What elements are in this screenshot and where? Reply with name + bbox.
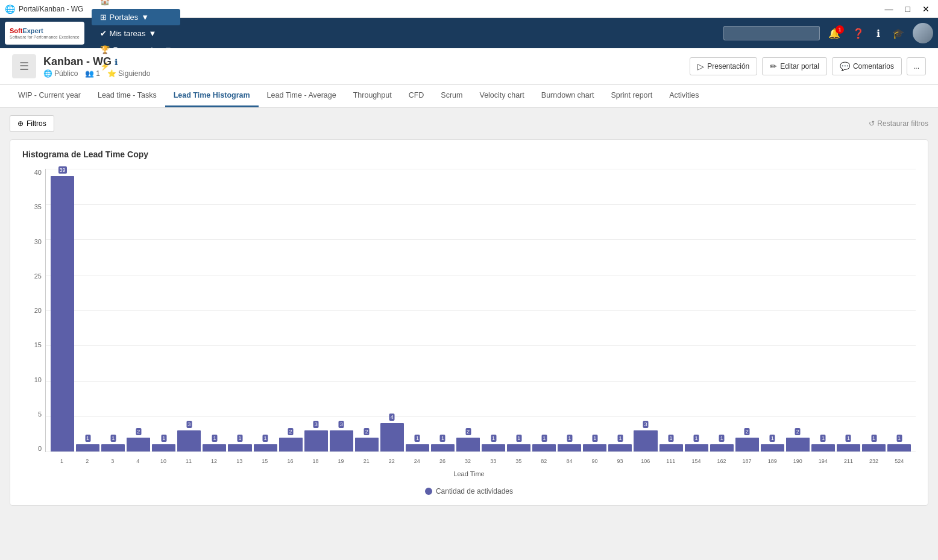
bar[interactable]: 1 bbox=[710, 444, 734, 451]
bar[interactable]: 3 bbox=[177, 430, 201, 451]
bookmark-icon[interactable]: 🎓 bbox=[889, 25, 908, 42]
nav-icon: 🏠 bbox=[100, 0, 110, 5]
tab-activities[interactable]: Activities bbox=[661, 85, 707, 107]
bar-group: 1 bbox=[152, 169, 175, 451]
bar[interactable]: 1 bbox=[558, 444, 581, 451]
tab-cfd[interactable]: CFD bbox=[400, 85, 433, 107]
comments-button[interactable]: 💬 Comentarios bbox=[832, 57, 902, 75]
minimize-button[interactable]: — bbox=[881, 3, 897, 15]
globe-icon: 🌐 bbox=[43, 69, 52, 78]
bar[interactable]: 39 bbox=[51, 176, 74, 451]
tab-wip---current-year[interactable]: WIP - Current year bbox=[10, 85, 89, 107]
following-item[interactable]: ⭐ Siguiendo bbox=[107, 69, 150, 78]
tab-velocity-chart[interactable]: Velocity chart bbox=[471, 85, 532, 107]
nav-icon: ⊞ bbox=[100, 13, 107, 22]
bar[interactable]: 1 bbox=[685, 444, 708, 451]
bar[interactable]: 4 bbox=[380, 423, 404, 451]
bar[interactable]: 1 bbox=[152, 444, 175, 451]
more-options-button[interactable]: ... bbox=[907, 57, 926, 75]
info-icon[interactable]: ℹ bbox=[873, 25, 884, 42]
x-axis-label: 154 bbox=[684, 458, 708, 464]
maximize-button[interactable]: □ bbox=[902, 3, 914, 15]
bar[interactable]: 1 bbox=[659, 444, 683, 451]
bar[interactable]: 1 bbox=[228, 444, 251, 451]
bar[interactable]: 2 bbox=[735, 438, 759, 451]
bar[interactable]: 2 bbox=[355, 438, 379, 451]
bar[interactable]: 2 bbox=[279, 438, 303, 451]
y-axis-label: 40 bbox=[34, 169, 42, 176]
bar[interactable]: 1 bbox=[761, 444, 784, 451]
filter-bar: ⊕ Filtros ↺ Restaurar filtros bbox=[10, 115, 928, 132]
x-axis-label: 4 bbox=[126, 458, 150, 464]
tab-scrum[interactable]: Scrum bbox=[432, 85, 471, 107]
main-scroll[interactable]: ⊕ Filtros ↺ Restaurar filtros Histograma… bbox=[0, 108, 938, 557]
bar[interactable]: 1 bbox=[811, 444, 835, 451]
bar[interactable]: 1 bbox=[507, 444, 530, 451]
presentation-icon: ▷ bbox=[697, 61, 704, 71]
x-labels: 1234101112131516181921222426323335828490… bbox=[45, 458, 916, 464]
y-axis-label: 0 bbox=[38, 445, 42, 452]
bar-value-label: 39 bbox=[58, 166, 67, 174]
bar-value-label: 1 bbox=[161, 435, 166, 442]
bar[interactable]: 1 bbox=[532, 444, 556, 451]
tab-burndown-chart[interactable]: Burndown chart bbox=[533, 85, 603, 107]
dropdown-arrow-icon: ▼ bbox=[141, 13, 149, 22]
tab-lead-time---tasks[interactable]: Lead time - Tasks bbox=[89, 85, 165, 107]
bar-group: 1 bbox=[507, 169, 530, 451]
bar[interactable]: 1 bbox=[431, 444, 455, 451]
y-axis-label: 20 bbox=[34, 307, 42, 314]
bar[interactable]: 1 bbox=[76, 444, 99, 451]
bar-group: 39 bbox=[51, 169, 74, 451]
bar[interactable]: 1 bbox=[837, 444, 860, 451]
x-axis-label: 24 bbox=[405, 458, 429, 464]
window-controls: — □ ✕ bbox=[881, 3, 933, 15]
bar[interactable]: 3 bbox=[330, 430, 353, 451]
bar[interactable]: 3 bbox=[634, 430, 657, 451]
bar-group: 3 bbox=[634, 169, 657, 451]
bar[interactable]: 1 bbox=[608, 444, 632, 451]
edit-portal-button[interactable]: ✏ Editar portal bbox=[762, 57, 827, 75]
bar-group: 1 bbox=[254, 169, 277, 451]
close-button[interactable]: ✕ bbox=[919, 3, 933, 15]
presentation-button[interactable]: ▷ Presentación bbox=[690, 57, 757, 75]
bar-group: 1 bbox=[76, 169, 99, 451]
filtros-button[interactable]: ⊕ Filtros bbox=[10, 115, 54, 132]
bar[interactable]: 1 bbox=[254, 444, 277, 451]
nav-item-home[interactable]: 🏠Home bbox=[92, 0, 181, 9]
x-axis-label: 1 bbox=[50, 458, 74, 464]
bar[interactable]: 2 bbox=[456, 438, 480, 451]
restore-filters-button[interactable]: ↺ Restaurar filtros bbox=[869, 119, 928, 128]
bar-value-label: 1 bbox=[567, 435, 572, 442]
bar-group: 3 bbox=[330, 169, 353, 451]
bell-icon[interactable]: 🔔 1 bbox=[825, 25, 844, 42]
bar[interactable]: 1 bbox=[101, 444, 125, 451]
page-info-icon[interactable]: ℹ bbox=[115, 58, 118, 67]
bar-value-label: 1 bbox=[669, 435, 674, 442]
bar-group: 2 bbox=[786, 169, 810, 451]
page-actions: ▷ Presentación ✏ Editar portal 💬 Comenta… bbox=[690, 57, 926, 75]
bar[interactable]: 1 bbox=[203, 444, 226, 451]
bar[interactable]: 1 bbox=[406, 444, 429, 451]
tab-lead-time---average[interactable]: Lead Time - Average bbox=[259, 85, 345, 107]
bar[interactable]: 3 bbox=[304, 430, 328, 451]
bar[interactable]: 1 bbox=[887, 444, 911, 451]
legend-label: Cantidad de actividades bbox=[436, 487, 513, 496]
bar[interactable]: 1 bbox=[583, 444, 606, 451]
bar-value-label: 2 bbox=[465, 428, 471, 435]
logo[interactable]: SoftExpert Software for Performance Exce… bbox=[5, 22, 84, 45]
avatar[interactable] bbox=[913, 23, 933, 43]
tab-throughput[interactable]: Throughput bbox=[345, 85, 400, 107]
nav-item-portales[interactable]: ⊞Portales▼ bbox=[92, 9, 181, 25]
help-icon[interactable]: ❓ bbox=[849, 25, 868, 42]
bar[interactable]: 1 bbox=[862, 444, 886, 451]
bar[interactable]: 1 bbox=[482, 444, 505, 451]
search-input[interactable] bbox=[723, 26, 820, 40]
bar-value-label: 1 bbox=[846, 435, 851, 442]
tab-lead-time-histogram[interactable]: Lead Time Histogram bbox=[165, 85, 259, 107]
nav-item-mis-tareas[interactable]: ✔Mis tareas▼ bbox=[92, 25, 181, 42]
bar[interactable]: 2 bbox=[786, 438, 810, 451]
bar[interactable]: 2 bbox=[127, 438, 150, 451]
tab-sprint-report[interactable]: Sprint report bbox=[602, 85, 661, 107]
x-axis-label: 162 bbox=[710, 458, 733, 464]
x-axis-label: 16 bbox=[279, 458, 302, 464]
